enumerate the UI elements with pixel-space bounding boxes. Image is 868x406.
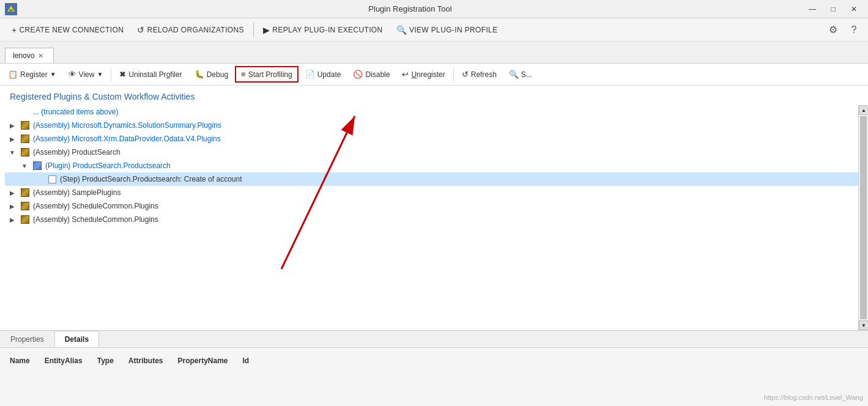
- menu-bar: + CREATE NEW CONNECTION ↺ RELOAD ORGANIZ…: [0, 18, 868, 42]
- cube-icon: [20, 147, 31, 157]
- uninstall-icon: ✖: [119, 70, 126, 79]
- properties-tab-label: Properties: [10, 335, 44, 344]
- view-profile-label: VIEW PLUG-IN PROFILE: [409, 26, 498, 34]
- col-type: Type: [97, 356, 114, 365]
- menu-reload-orgs[interactable]: ↺ RELOAD ORGANIZATIONS: [130, 21, 251, 39]
- uninstall-label: Uninstall Profiler: [128, 70, 182, 79]
- list-item[interactable]: ... (truncated items above): [5, 105, 858, 119]
- register-dropdown-icon[interactable]: ▼: [50, 71, 56, 78]
- col-entity-alias: EntityAlias: [45, 356, 83, 365]
- column-headers: Name EntityAlias Type Attributes Propert…: [10, 353, 858, 369]
- expander-solution-summary[interactable]: ▶: [7, 122, 17, 129]
- search-label: S...: [521, 70, 532, 79]
- bottom-content-area: Name EntityAlias Type Attributes Propert…: [0, 348, 868, 374]
- update-button[interactable]: 📄 Update: [300, 67, 347, 82]
- svg-rect-1: [9, 9, 13, 12]
- menu-view-profile[interactable]: 🔍 VIEW PLUG-IN PROFILE: [390, 21, 505, 39]
- title-bar-controls: — □ ✕: [803, 3, 863, 15]
- start-profiling-button[interactable]: ≡ Start Profiling: [235, 66, 299, 83]
- dots-icon: [20, 107, 31, 117]
- expander-schedule1[interactable]: ▶: [7, 203, 17, 210]
- view-dropdown-icon[interactable]: ▼: [97, 71, 103, 78]
- item-text: (Step) ProductSearch.Productsearch: Crea…: [60, 175, 242, 183]
- scroll-down-button[interactable]: ▼: [859, 320, 868, 330]
- start-profiling-label: Start Profiling: [248, 70, 292, 79]
- update-label: Update: [317, 70, 341, 79]
- tab-details[interactable]: Details: [54, 331, 99, 347]
- toolbar-sep-2: [453, 67, 454, 82]
- expander-plugin[interactable]: ▼: [20, 163, 29, 169]
- update-icon: 📄: [305, 70, 315, 79]
- view-button[interactable]: 👁 View ▼: [63, 67, 109, 82]
- unregister-button[interactable]: ↩ Unregister: [396, 67, 450, 82]
- details-tab-label: Details: [65, 335, 89, 344]
- uninstall-profiler-button[interactable]: ✖ Uninstall Profiler: [114, 67, 187, 82]
- tree-area: ... (truncated items above) ▶ (Assembly)…: [0, 105, 868, 330]
- item-text: (Assembly) Microsoft.Dynamics.SolutionSu…: [33, 121, 221, 130]
- disable-button[interactable]: 🚫 Disable: [347, 67, 395, 82]
- item-text: ... (truncated items above): [33, 108, 118, 116]
- minimize-button[interactable]: —: [803, 3, 822, 15]
- menu-create-connection[interactable]: + CREATE NEW CONNECTION: [5, 21, 130, 39]
- view-profile-icon: 🔍: [396, 25, 407, 35]
- tree-view: ... (truncated items above) ▶ (Assembly)…: [0, 105, 858, 330]
- settings-button[interactable]: ⚙: [824, 21, 842, 39]
- toolbar-sep-1: [111, 67, 111, 82]
- refresh-icon: ↺: [462, 70, 469, 79]
- menu-replay-plugin[interactable]: ▶ REPLAY PLUG-IN EXECUTION: [256, 21, 390, 39]
- item-text: (Assembly) ScheduleCommon.Plugins: [33, 215, 158, 224]
- scroll-thumb[interactable]: [860, 116, 867, 319]
- search-button[interactable]: 🔍 S...: [503, 67, 538, 82]
- list-item[interactable]: ▼ (Plugin) ProductSearch.Productsearch: [5, 159, 858, 172]
- refresh-label: Refresh: [471, 70, 497, 79]
- expander-xrm[interactable]: ▶: [7, 136, 17, 142]
- list-item[interactable]: ▶ (Assembly) SamplePlugins: [5, 186, 858, 199]
- replay-icon: ▶: [263, 25, 270, 35]
- debug-button[interactable]: 🐛 Debug: [189, 67, 234, 82]
- list-item[interactable]: ▶ (Assembly) ScheduleCommon.Plugins: [5, 213, 858, 226]
- tab-properties[interactable]: Properties: [0, 331, 54, 347]
- item-text: (Assembly) ProductSearch: [33, 148, 121, 157]
- close-button[interactable]: ✕: [845, 3, 863, 15]
- scroll-up-button[interactable]: ▲: [859, 105, 868, 115]
- tab-close-button[interactable]: ✕: [38, 52, 43, 60]
- tab-lenovo[interactable]: lenovo ✕: [5, 48, 54, 63]
- expander-sample[interactable]: ▶: [7, 190, 17, 196]
- debug-label: Debug: [207, 70, 228, 79]
- title-bar-left: [5, 3, 17, 15]
- bottom-panel: Properties Details Name EntityAlias Type…: [0, 330, 868, 406]
- item-text: (Assembly) Microsoft.Xrm.DataProvider.Od…: [33, 135, 221, 143]
- tab-bar: lenovo ✕: [0, 42, 868, 64]
- create-connection-label: CREATE NEW CONNECTION: [20, 26, 124, 34]
- help-button[interactable]: ?: [845, 21, 863, 39]
- app-icon: [5, 3, 17, 15]
- item-text: (Assembly) ScheduleCommon.Plugins: [33, 202, 158, 210]
- disable-icon: 🚫: [353, 70, 363, 79]
- maximize-button[interactable]: □: [824, 3, 842, 15]
- list-item[interactable]: ▶ (Assembly) Microsoft.Dynamics.Solution…: [5, 119, 858, 132]
- menu-right: ⚙ ?: [824, 21, 863, 39]
- debug-icon: 🐛: [195, 70, 204, 79]
- list-item[interactable]: ▶ (Assembly) ScheduleCommon.Plugins: [5, 199, 858, 213]
- view-label: View: [79, 70, 95, 79]
- start-profiling-icon: ≡: [241, 70, 246, 79]
- expander-productsearch[interactable]: ▼: [7, 149, 17, 156]
- col-attributes: Attributes: [128, 356, 163, 365]
- bottom-tab-bar: Properties Details: [0, 331, 868, 348]
- list-item[interactable]: ▼ (Assembly) ProductSearch: [5, 146, 858, 159]
- scrollbar[interactable]: ▲ ▼: [858, 105, 868, 330]
- list-item[interactable]: ▶ (Assembly) Microsoft.Xrm.DataProvider.…: [5, 132, 858, 146]
- list-item[interactable]: (Step) ProductSearch.Productsearch: Crea…: [5, 172, 858, 186]
- refresh-button[interactable]: ↺ Refresh: [456, 67, 502, 82]
- toolbar: 📋 Register ▼ 👁 View ▼ ✖ Uninstall Profil…: [0, 64, 868, 86]
- section-title: Registered Plugins & Custom Workflow Act…: [0, 86, 868, 105]
- menu-separator-1: [253, 23, 254, 37]
- step-icon: [46, 174, 57, 184]
- register-button[interactable]: 📋 Register ▼: [2, 67, 62, 82]
- cube-icon: [20, 188, 31, 197]
- expander-schedule2[interactable]: ▶: [7, 216, 17, 223]
- col-name: Name: [10, 356, 30, 365]
- reload-orgs-label: RELOAD ORGANIZATIONS: [147, 26, 244, 34]
- cube-icon: [20, 120, 31, 130]
- reload-icon: ↺: [137, 25, 144, 35]
